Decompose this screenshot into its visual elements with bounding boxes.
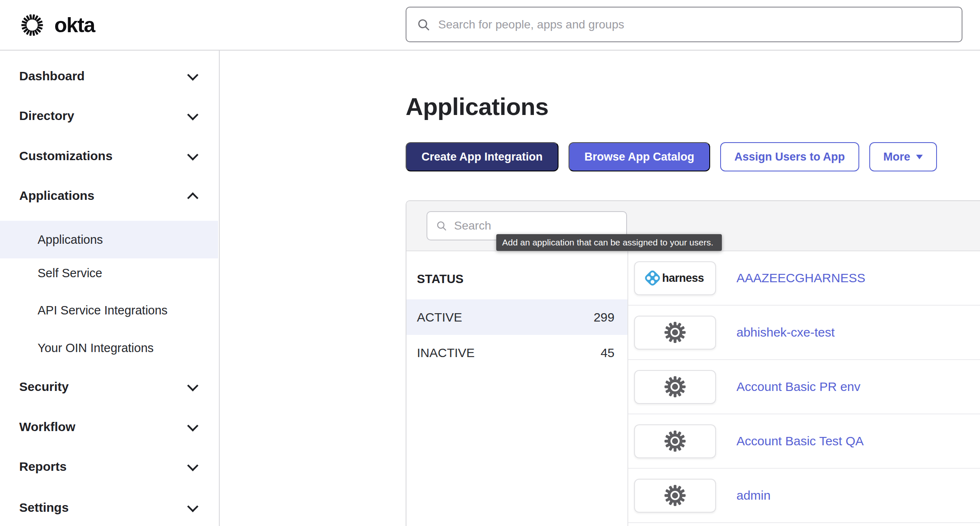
status-count: 299	[594, 310, 614, 324]
global-search-input[interactable]	[437, 18, 952, 32]
chevron-up-icon	[187, 192, 198, 204]
search-icon	[416, 18, 431, 32]
okta-logo[interactable]: okta	[18, 0, 95, 50]
okta-spinner-icon	[18, 11, 46, 39]
okta-admin-console: okta Dashboard Directory Customizations …	[0, 0, 980, 526]
status-filter: STATUS ACTIVE 299 INACTIVE 45	[406, 251, 628, 526]
status-label: INACTIVE	[417, 346, 475, 360]
app-link[interactable]: Account Basic Test QA	[736, 434, 864, 448]
chevron-down-icon	[187, 460, 198, 471]
search-icon	[436, 220, 447, 232]
sidebar-item-applications[interactable]: Applications	[0, 183, 218, 208]
tooltip: Add an application that can be assigned …	[496, 234, 722, 251]
sidebar-item-dashboard[interactable]: Dashboard	[0, 64, 218, 89]
app-logo-tile: harness	[634, 261, 716, 295]
sidebar-item-label: Security	[19, 380, 69, 393]
sidebar: Dashboard Directory Customizations Appli…	[0, 51, 220, 526]
app-row: Account Basic PR env	[628, 360, 980, 414]
gear-icon	[664, 375, 686, 398]
sidebar-item-label: Settings	[19, 500, 69, 514]
sidebar-item-label: Dashboard	[19, 69, 85, 83]
chevron-down-icon	[187, 109, 198, 120]
sidebar-item-label: Workflow	[19, 420, 75, 434]
sidebar-item-workflow[interactable]: Workflow	[0, 414, 218, 439]
sidebar-item-reports[interactable]: Reports	[0, 454, 218, 479]
chevron-down-icon	[187, 380, 198, 391]
triangle-down-icon	[916, 155, 923, 159]
app-row: admin	[628, 469, 980, 523]
status-filter-header: STATUS	[417, 272, 627, 286]
gear-icon	[664, 430, 686, 452]
app-link[interactable]: AAAZEECGHARNESS	[736, 271, 865, 285]
status-filter-active[interactable]: ACTIVE 299	[406, 299, 627, 335]
app-logo-tile	[634, 479, 716, 513]
status-label: ACTIVE	[417, 310, 462, 324]
gear-icon	[664, 321, 686, 344]
app-row: Account Basic Test QA	[628, 414, 980, 469]
app-link[interactable]: abhishek-cxe-test	[736, 325, 835, 340]
app-list-search-input[interactable]	[453, 219, 618, 233]
app-row: harness AAAZEECGHARNESS	[628, 251, 980, 306]
chevron-down-icon	[187, 149, 198, 161]
chevron-down-icon	[187, 420, 198, 432]
more-button[interactable]: More	[869, 142, 937, 171]
main-content: Applications Create App Integration Brow…	[221, 51, 980, 526]
browse-app-catalog-button[interactable]: Browse App Catalog	[569, 142, 710, 171]
sidebar-item-directory[interactable]: Directory	[0, 103, 218, 128]
sidebar-item-label: Directory	[19, 109, 74, 123]
status-filter-inactive[interactable]: INACTIVE 45	[406, 335, 627, 370]
sidebar-subitem-self-service[interactable]: Self Service	[0, 260, 218, 286]
topbar: okta	[0, 0, 980, 51]
app-logo-tile	[634, 316, 716, 350]
harness-logo-icon: harness	[646, 272, 704, 285]
app-link[interactable]: Account Basic PR env	[736, 380, 861, 394]
gear-icon	[664, 484, 686, 507]
panel-body: STATUS ACTIVE 299 INACTIVE 45	[406, 251, 980, 526]
global-search[interactable]	[406, 7, 962, 42]
sidebar-item-security[interactable]: Security	[0, 374, 218, 399]
app-row: abhishek-cxe-test	[628, 306, 980, 360]
app-link[interactable]: admin	[736, 488, 771, 503]
create-app-integration-button[interactable]: Create App Integration	[406, 142, 559, 171]
status-count: 45	[601, 346, 614, 360]
app-list: harness AAAZEECGHARNESS	[628, 251, 980, 526]
more-button-label: More	[884, 151, 911, 163]
chevron-down-icon	[187, 501, 198, 512]
sidebar-item-label: Reports	[19, 460, 66, 473]
app-logo-tile	[634, 370, 716, 404]
chevron-down-icon	[187, 69, 198, 81]
sidebar-item-customizations[interactable]: Customizations	[0, 143, 218, 169]
page-title: Applications	[406, 92, 548, 120]
sidebar-subitem-applications[interactable]: Applications	[0, 227, 218, 252]
assign-users-to-app-button[interactable]: Assign Users to App	[720, 142, 859, 171]
sidebar-item-label: Applications	[19, 189, 94, 202]
okta-wordmark: okta	[54, 13, 95, 37]
sidebar-item-label: Customizations	[19, 149, 112, 163]
sidebar-subitem-your-oin-integrations[interactable]: Your OIN Integrations	[0, 335, 218, 360]
app-logo-tile	[634, 424, 716, 458]
action-buttons: Create App Integration Browse App Catalo…	[406, 142, 937, 171]
sidebar-subitem-api-service-integrations[interactable]: API Service Integrations	[0, 298, 218, 323]
sidebar-item-settings[interactable]: Settings	[0, 495, 218, 520]
